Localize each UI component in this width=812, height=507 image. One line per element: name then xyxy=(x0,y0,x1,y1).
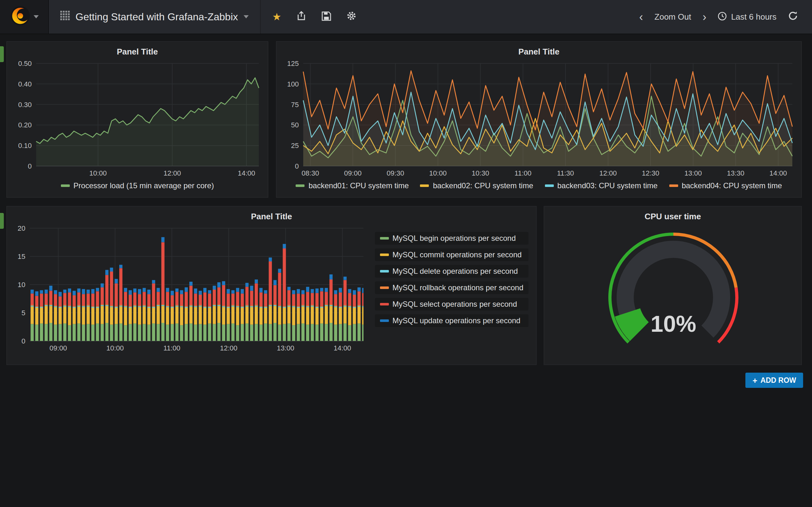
legend-label: backend04: CPU system time xyxy=(681,181,782,190)
legend-item[interactable]: MySQL select operations per second xyxy=(374,298,528,311)
zoom-out-label: Zoom Out xyxy=(654,12,691,21)
svg-text:09:00: 09:00 xyxy=(344,169,362,177)
legend-item[interactable]: backend04: CPU system time xyxy=(669,181,782,190)
dashboard-picker[interactable]: Getting Started with Grafana-Zabbix xyxy=(49,0,261,34)
legend-item[interactable]: MySQL begin operations per second xyxy=(374,232,528,245)
legend-label: backend03: CPU system time xyxy=(557,181,658,190)
dashboard-title: Getting Started with Grafana-Zabbix xyxy=(75,11,238,22)
time-shift-back-button[interactable]: ‹ xyxy=(634,9,648,24)
legend-swatch xyxy=(61,184,70,187)
time-controls: ‹ Zoom Out › Last 6 hours xyxy=(634,7,812,26)
panel-title[interactable]: Panel Title xyxy=(282,46,796,58)
legend-swatch xyxy=(296,184,305,187)
legend-item[interactable]: backend03: CPU system time xyxy=(545,181,658,190)
add-row-button[interactable]: + ADD ROW xyxy=(745,373,803,388)
panel-processor-load: Panel Title 10:0012:0014:0000.100.200.30… xyxy=(6,41,268,198)
svg-text:12:00: 12:00 xyxy=(220,344,237,352)
refresh-button[interactable] xyxy=(783,7,803,26)
svg-text:08:30: 08:30 xyxy=(302,169,319,177)
svg-text:10:00: 10:00 xyxy=(106,344,124,352)
share-icon xyxy=(297,11,307,23)
legend-swatch xyxy=(380,320,389,322)
legend-swatch xyxy=(380,286,389,289)
star-dashboard-button[interactable]: ★ xyxy=(267,8,287,26)
svg-text:11:00: 11:00 xyxy=(163,344,180,352)
panel-mysql-operations: Panel Title 09:0010:0011:0012:0013:0014:… xyxy=(6,206,537,365)
row-collapse-tab[interactable] xyxy=(0,46,4,62)
time-shift-forward-button[interactable]: › xyxy=(698,9,711,24)
legend-swatch xyxy=(669,184,678,187)
legend-item[interactable]: backend01: CPU system time xyxy=(296,181,409,190)
clock-icon xyxy=(718,11,727,22)
legend-label: MySQL select operations per second xyxy=(392,300,517,308)
cpu-user-time-gauge[interactable]: 10% xyxy=(549,223,798,359)
svg-text:10%: 10% xyxy=(651,311,696,337)
add-row-label: ADD ROW xyxy=(761,377,796,384)
save-dashboard-button[interactable] xyxy=(317,7,337,26)
legend-swatch xyxy=(380,237,389,239)
svg-text:14:00: 14:00 xyxy=(238,169,255,177)
svg-text:12:30: 12:30 xyxy=(642,169,659,177)
svg-text:125: 125 xyxy=(287,60,299,67)
grafana-dashboard: Getting Started with Grafana-Zabbix ★ xyxy=(0,0,812,507)
legend-swatch xyxy=(380,270,389,273)
legend-item[interactable]: backend02: CPU system time xyxy=(420,181,533,190)
svg-text:09:30: 09:30 xyxy=(387,169,404,177)
legend-label: backend02: CPU system time xyxy=(433,181,533,190)
gear-icon xyxy=(347,11,357,23)
legend-label: MySQL rollback operations per second xyxy=(392,283,523,292)
legend-label: MySQL commit operations per second xyxy=(392,250,521,259)
mysql-operations-chart[interactable]: 09:0010:0011:0012:0013:0014:0005101520 xyxy=(12,223,363,354)
svg-text:50: 50 xyxy=(291,121,299,129)
star-icon: ★ xyxy=(272,12,281,22)
svg-text:12:00: 12:00 xyxy=(163,169,181,177)
legend-label: MySQL update operations per second xyxy=(392,316,520,325)
panel-title[interactable]: Panel Title xyxy=(12,210,531,223)
panel-title[interactable]: Panel Title xyxy=(12,46,263,58)
backend-cpu-chart[interactable]: 08:3009:0009:3010:0010:3011:0011:3012:00… xyxy=(282,58,798,179)
svg-text:0.20: 0.20 xyxy=(18,121,32,129)
navbar: Getting Started with Grafana-Zabbix ★ xyxy=(0,0,812,34)
svg-text:10: 10 xyxy=(18,281,26,289)
legend-swatch xyxy=(380,253,389,256)
svg-text:09:00: 09:00 xyxy=(49,344,67,352)
svg-text:13:00: 13:00 xyxy=(277,344,294,352)
legend-item[interactable]: Processor load (15 min average per core) xyxy=(61,181,214,190)
time-range-label: Last 6 hours xyxy=(731,12,776,21)
dashboard-grid-icon xyxy=(60,11,70,23)
legend-item[interactable]: MySQL rollback operations per second xyxy=(374,281,528,294)
dashboard-settings-button[interactable] xyxy=(342,7,362,26)
svg-text:13:30: 13:30 xyxy=(727,169,745,177)
legend: backend01: CPU system time backend02: CP… xyxy=(282,179,796,193)
svg-text:10:00: 10:00 xyxy=(89,169,107,177)
svg-text:0.50: 0.50 xyxy=(18,60,32,67)
svg-text:12:00: 12:00 xyxy=(599,169,617,177)
svg-text:0: 0 xyxy=(295,162,299,170)
panel-title[interactable]: CPU user time xyxy=(549,210,796,223)
panel-backend-cpu: Panel Title 08:3009:0009:3010:0010:3011:… xyxy=(276,41,802,198)
dashboard-actions: ★ xyxy=(261,7,368,26)
grafana-main-menu[interactable] xyxy=(0,0,49,34)
plus-icon: + xyxy=(752,376,757,385)
processor-load-chart[interactable]: 10:0012:0014:0000.100.200.300.400.50 xyxy=(12,58,264,179)
chevron-down-icon xyxy=(33,15,38,18)
chevron-down-icon xyxy=(244,15,249,18)
svg-text:14:00: 14:00 xyxy=(769,169,787,177)
legend-label: Processor load (15 min average per core) xyxy=(73,181,214,190)
svg-text:75: 75 xyxy=(291,101,299,109)
time-range-picker[interactable]: Last 6 hours xyxy=(713,7,781,26)
svg-text:20: 20 xyxy=(18,224,26,232)
legend-label: backend01: CPU system time xyxy=(309,181,409,190)
save-icon xyxy=(322,11,332,22)
svg-text:0: 0 xyxy=(28,162,32,170)
legend-item[interactable]: MySQL commit operations per second xyxy=(374,248,528,261)
row-collapse-tab[interactable] xyxy=(0,213,4,229)
legend-swatch xyxy=(380,303,389,305)
svg-text:11:00: 11:00 xyxy=(514,169,531,177)
share-dashboard-button[interactable] xyxy=(292,7,312,26)
legend-label: MySQL begin operations per second xyxy=(392,234,516,243)
legend-item[interactable]: MySQL update operations per second xyxy=(374,314,528,327)
zoom-out-button[interactable]: Zoom Out xyxy=(649,8,696,25)
legend-item[interactable]: MySQL delete operations per second xyxy=(374,265,528,278)
svg-text:5: 5 xyxy=(21,309,26,317)
